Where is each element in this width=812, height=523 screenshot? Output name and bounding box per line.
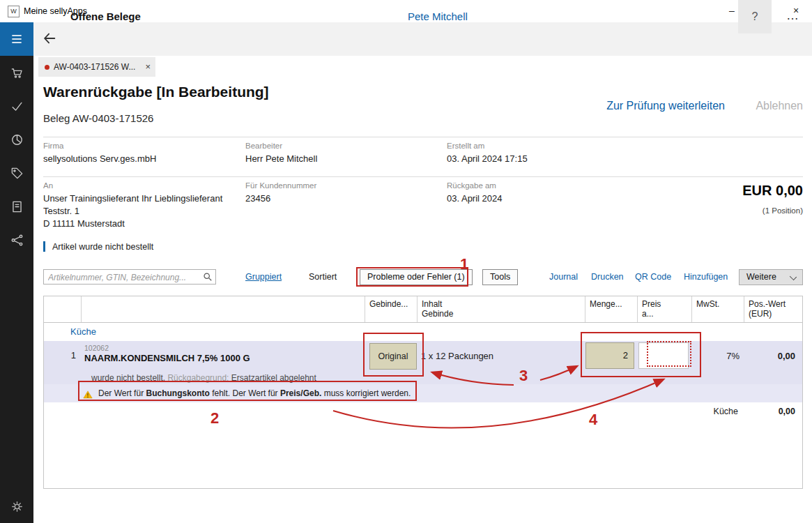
article-name: NAARM.KONDENSMILCH 7,5% 1000 G (84, 353, 250, 363)
tab-close-icon[interactable]: × (145, 57, 151, 76)
divider (43, 137, 803, 137)
sidebar-item-tags[interactable] (0, 156, 33, 190)
summary-value: 0,00 (779, 407, 795, 416)
field-firma: Firma sellysolutions Serv.ges.mbH (43, 142, 156, 165)
column-header-description[interactable] (81, 296, 365, 322)
positions-table: Gebinde... Inhalt Gebinde Menge... Preis… (43, 296, 803, 489)
article-search-box (43, 269, 216, 285)
column-header-poswert[interactable]: Pos.-Wert (EUR) (744, 296, 802, 322)
grouped-toggle[interactable]: Gruppiert (245, 272, 282, 282)
warning-icon (83, 389, 93, 402)
column-header-inhalt[interactable]: Inhalt Gebinde (417, 296, 585, 322)
field-value: 03. April 2024 17:15 (447, 153, 528, 165)
group-summary-row: Küche 0,00 (44, 402, 802, 420)
search-input[interactable] (47, 271, 199, 285)
more-actions-dropdown[interactable]: Weitere (739, 269, 803, 285)
back-arrow-icon (42, 31, 57, 46)
print-link[interactable]: Drucken (591, 272, 624, 282)
more-options-button[interactable]: … (776, 0, 809, 33)
note-text: wurde nicht bestellt, (91, 373, 167, 383)
qr-code-link[interactable]: QR Code (635, 272, 671, 282)
column-header-preis[interactable]: Preis a... (637, 296, 691, 322)
field-label: Bearbeiter (245, 142, 317, 150)
hamburger-menu-button[interactable] (0, 22, 33, 56)
table-header: Gebinde... Inhalt Gebinde Menge... Preis… (44, 296, 802, 323)
column-header-menge[interactable]: Menge... (585, 296, 637, 322)
field-an: An Unser Trainingslieferant Ihr Liebling… (43, 181, 222, 230)
field-value: Unser Trainingslieferant Ihr Lieblingsli… (43, 192, 222, 230)
article-number: 102062 (84, 344, 109, 352)
unsaved-indicator-dot (45, 65, 49, 70)
document-number: Beleg AW-0403-171526 (43, 112, 153, 124)
document-title: Warenrückgabe [In Bearbeitung] (43, 84, 269, 100)
document-tab[interactable]: AW-0403-171526 W... × (38, 57, 155, 77)
column-header-mwst[interactable]: MwSt. (691, 296, 744, 322)
dropdown-label: Weitere (746, 272, 776, 282)
sidebar-item-settings[interactable] (0, 490, 33, 523)
cart-icon (10, 66, 24, 79)
sidebar-item-cart[interactable] (0, 56, 33, 89)
journal-icon (10, 200, 24, 213)
quantity-field[interactable]: 2 (585, 342, 634, 369)
current-user[interactable]: Pete Mitchell (408, 0, 468, 33)
row-warning: Der Wert für Buchungskonto fehlt. Der We… (44, 384, 802, 402)
tag-icon (10, 167, 24, 180)
journal-link[interactable]: Journal (549, 272, 578, 282)
note-reason-label: Rückgabegrund: (167, 373, 229, 383)
flag-accent-bar (43, 241, 45, 252)
field-bearbeiter: Bearbeiter Herr Pete Mitchell (245, 142, 317, 165)
position-value: 0,00 (778, 351, 795, 361)
back-button[interactable] (42, 31, 57, 49)
price-field[interactable] (638, 342, 689, 369)
field-kundennummer: Für Kundennummer 23456 (245, 181, 316, 205)
sidebar-item-share[interactable] (0, 223, 33, 257)
share-icon (10, 234, 24, 247)
table-row[interactable]: 1 102062 NAARM.KONDENSMILCH 7,5% 1000 G … (44, 341, 802, 373)
field-label: Rückgabe am (447, 181, 503, 190)
hamburger-icon (10, 32, 24, 46)
field-value: Herr Pete Mitchell (245, 153, 317, 165)
field-value: 03. April 2024 (447, 192, 503, 205)
chevron-down-icon (790, 273, 797, 280)
tools-button[interactable]: Tools (482, 269, 518, 285)
document-total: EUR 0,00 (742, 183, 803, 199)
sidebar-item-reports[interactable] (0, 123, 33, 156)
check-icon (10, 100, 24, 113)
position-number: 1 (44, 350, 76, 361)
tab-bar: AW-0403-171526 W... × (33, 56, 812, 77)
group-label: Küche (70, 323, 96, 341)
column-header-gebinde[interactable]: Gebinde... (365, 296, 417, 322)
app-icon: W (8, 6, 20, 17)
summary-label: Küche (714, 407, 738, 416)
pie-chart-icon (10, 133, 24, 146)
field-value: 23456 (245, 192, 316, 205)
help-button[interactable]: ? (738, 0, 772, 33)
vat-value: 7% (691, 351, 740, 361)
sidebar-item-tasks[interactable] (0, 89, 33, 123)
sidebar-item-journal[interactable] (0, 190, 33, 223)
forward-for-review-link[interactable]: Zur Prüfung weiterleiten (606, 100, 725, 112)
sorted-toggle[interactable]: Sortiert (309, 272, 337, 282)
tab-label: AW-0403-171526 W... (54, 57, 135, 77)
row-note: wurde nicht bestellt, Rückgabegrund: Ers… (44, 373, 802, 384)
reject-button[interactable]: Ablehnen (756, 100, 803, 112)
position-count: (1 Position) (763, 206, 803, 215)
field-label: Erstellt am (447, 142, 528, 150)
app-window: W Meine sellyApps – × Offene Belege Pete… (0, 0, 812, 523)
note-reason-value: Ersatzartikel abgelehnt (229, 373, 316, 383)
warning-text: Der Wert für Buchungskonto fehlt. Der We… (98, 384, 411, 402)
field-erstellt-am: Erstellt am 03. April 2024 17:15 (447, 142, 528, 165)
add-link[interactable]: Hinzufügen (684, 272, 728, 282)
field-label: An (43, 181, 222, 190)
field-label: Firma (43, 142, 156, 150)
gear-icon (10, 500, 24, 513)
gebinde-field[interactable]: Original (369, 343, 417, 370)
inhalt-value: 1 x 12 Packungen (421, 351, 493, 361)
problems-errors-button[interactable]: Probleme oder Fehler (1) (360, 269, 473, 285)
search-icon (203, 272, 213, 285)
not-ordered-flag: Artikel wurde nicht bestellt (43, 241, 153, 252)
page-title: Offene Belege (70, 0, 141, 33)
field-label: Für Kundennummer (245, 181, 316, 190)
field-value: sellysolutions Serv.ges.mbH (43, 153, 156, 165)
flag-text: Artikel wurde nicht bestellt (52, 242, 153, 252)
